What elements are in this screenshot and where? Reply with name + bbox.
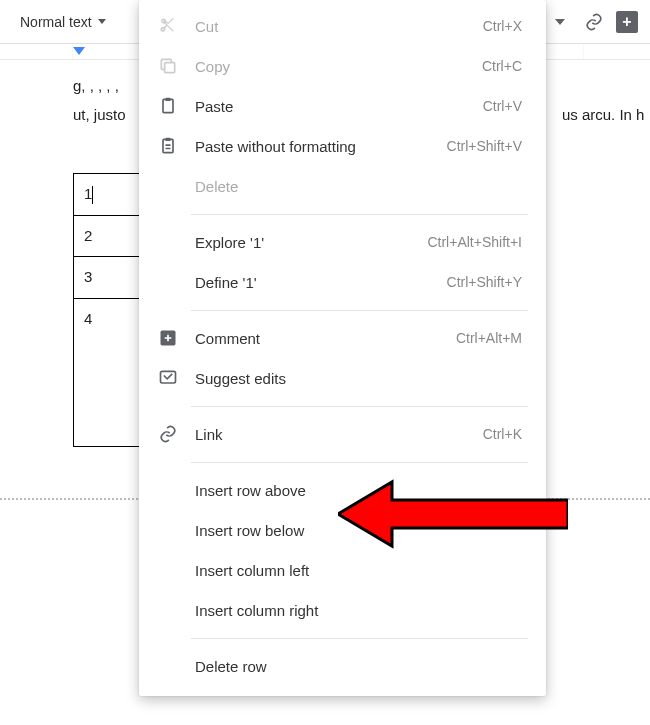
menu-item-label: Explore '1' bbox=[195, 234, 427, 251]
blank-icon bbox=[157, 559, 179, 581]
menu-item-insert-row-above[interactable]: Insert row above bbox=[139, 470, 546, 510]
svg-rect-2 bbox=[166, 98, 171, 101]
menu-separator bbox=[191, 638, 528, 639]
blank-icon bbox=[157, 231, 179, 253]
menu-item-label: Insert column left bbox=[195, 562, 522, 579]
context-menu: Cut Ctrl+X Copy Ctrl+C Paste Ctrl+V Past… bbox=[139, 0, 546, 696]
menu-item-define[interactable]: Define '1' Ctrl+Shift+Y bbox=[139, 262, 546, 302]
menu-item-copy: Copy Ctrl+C bbox=[139, 46, 546, 86]
context-menu-scroll[interactable]: Cut Ctrl+X Copy Ctrl+C Paste Ctrl+V Past… bbox=[139, 6, 546, 696]
menu-item-insert-column-right[interactable]: Insert column right bbox=[139, 590, 546, 630]
menu-item-comment[interactable]: Comment Ctrl+Alt+M bbox=[139, 318, 546, 358]
chevron-down-icon bbox=[98, 19, 106, 24]
blank-icon bbox=[157, 599, 179, 621]
menu-item-label: Insert row above bbox=[195, 482, 522, 499]
menu-item-label: Cut bbox=[195, 18, 483, 35]
menu-item-shortcut: Ctrl+K bbox=[483, 426, 522, 442]
menu-item-suggest[interactable]: Suggest edits bbox=[139, 358, 546, 398]
paste-icon bbox=[157, 95, 179, 117]
document-line: ut, justo bbox=[73, 106, 126, 123]
menu-item-paste[interactable]: Paste Ctrl+V bbox=[139, 86, 546, 126]
menu-item-paste-plain[interactable]: Paste without formatting Ctrl+Shift+V bbox=[139, 126, 546, 166]
menu-item-shortcut: Ctrl+C bbox=[482, 58, 522, 74]
menu-item-label: Paste bbox=[195, 98, 483, 115]
menu-item-label: Paste without formatting bbox=[195, 138, 447, 155]
menu-item-label: Comment bbox=[195, 330, 456, 347]
menu-item-explore[interactable]: Explore '1' Ctrl+Alt+Shift+I bbox=[139, 222, 546, 262]
blank-icon bbox=[157, 175, 179, 197]
menu-item-label: Delete row bbox=[195, 658, 522, 675]
link-icon bbox=[157, 423, 179, 445]
menu-item-delete-row[interactable]: Delete row bbox=[139, 646, 546, 686]
menu-item-shortcut: Ctrl+Alt+Shift+I bbox=[427, 234, 522, 250]
menu-item-cut: Cut Ctrl+X bbox=[139, 6, 546, 46]
suggest-icon bbox=[157, 367, 179, 389]
paragraph-style-label: Normal text bbox=[20, 14, 92, 30]
blank-icon bbox=[157, 479, 179, 501]
blank-icon bbox=[157, 519, 179, 541]
menu-item-label: Suggest edits bbox=[195, 370, 522, 387]
comment-icon bbox=[157, 327, 179, 349]
insert-link-button[interactable] bbox=[582, 10, 606, 34]
more-dropdown-icon[interactable] bbox=[548, 10, 572, 34]
menu-item-shortcut: Ctrl+Shift+Y bbox=[447, 274, 522, 290]
menu-item-shortcut: Ctrl+V bbox=[483, 98, 522, 114]
menu-item-label: Link bbox=[195, 426, 483, 443]
svg-rect-4 bbox=[166, 138, 171, 141]
svg-rect-1 bbox=[163, 99, 173, 112]
svg-rect-0 bbox=[165, 63, 175, 73]
menu-item-insert-row-below[interactable]: Insert row below bbox=[139, 510, 546, 550]
paragraph-style-dropdown[interactable]: Normal text bbox=[12, 10, 114, 34]
paste-plain-icon bbox=[157, 135, 179, 157]
menu-separator bbox=[191, 214, 528, 215]
document-line: us arcu. In h bbox=[562, 106, 645, 123]
menu-item-shortcut: Ctrl+Alt+M bbox=[456, 330, 522, 346]
cut-icon bbox=[157, 15, 179, 37]
toolbar-right: + bbox=[548, 10, 638, 34]
menu-separator bbox=[191, 310, 528, 311]
menu-separator bbox=[191, 462, 528, 463]
copy-icon bbox=[157, 55, 179, 77]
add-comment-button[interactable]: + bbox=[616, 11, 638, 33]
menu-item-label: Insert row below bbox=[195, 522, 522, 539]
menu-item-label: Insert column right bbox=[195, 602, 522, 619]
indent-marker-icon[interactable] bbox=[73, 47, 85, 55]
menu-item-delete: Delete bbox=[139, 166, 546, 206]
menu-separator bbox=[191, 406, 528, 407]
menu-item-shortcut: Ctrl+X bbox=[483, 18, 522, 34]
menu-item-label: Delete bbox=[195, 178, 522, 195]
menu-item-link[interactable]: Link Ctrl+K bbox=[139, 414, 546, 454]
menu-item-label: Define '1' bbox=[195, 274, 447, 291]
menu-item-label: Copy bbox=[195, 58, 482, 75]
menu-item-shortcut: Ctrl+Shift+V bbox=[447, 138, 522, 154]
blank-icon bbox=[157, 271, 179, 293]
menu-item-insert-column-left[interactable]: Insert column left bbox=[139, 550, 546, 590]
blank-icon bbox=[157, 655, 179, 677]
